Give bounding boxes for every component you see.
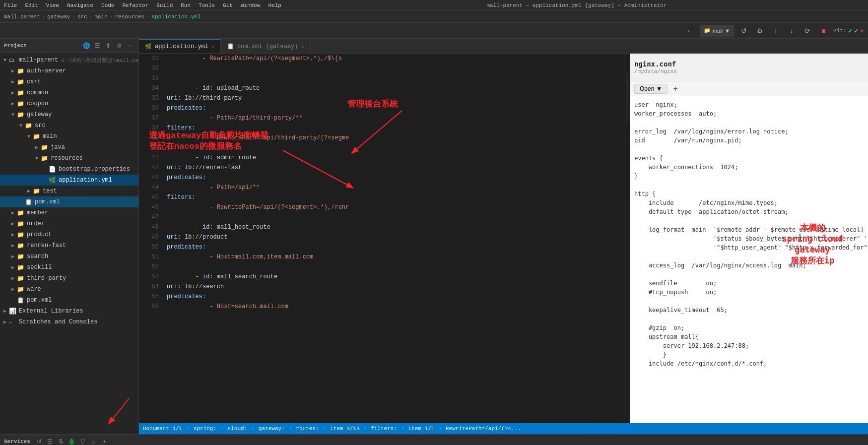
minimap (624, 54, 630, 423)
tree-label: src (35, 122, 46, 129)
nginx-line: user nginx; (634, 100, 864, 109)
menu-view[interactable]: View (46, 2, 59, 8)
nginx-open-btn[interactable]: Open ▼ (634, 84, 668, 94)
sidebar-item-order[interactable]: ▶ 📁 order (0, 218, 138, 229)
nginx-line (634, 252, 864, 261)
sidebar-item-common[interactable]: ▶ 📁 common (0, 87, 138, 98)
sidebar-item-bootstrap[interactable]: ▶ 📄 bootstrap.properties (0, 164, 138, 175)
sidebar-item-auth-server[interactable]: ▶ 📁 auth-server (0, 65, 138, 76)
sidebar-item-product[interactable]: ▶ 📁 product (0, 229, 138, 240)
sidebar-item-application-yml[interactable]: ▶ 🌿 application.yml (0, 175, 138, 186)
sidebar-item-search[interactable]: ▶ 📁 search (0, 251, 138, 262)
close-tab2-icon[interactable]: ✕ (301, 44, 304, 50)
sidebar-globe-btn[interactable]: 🌐 (82, 41, 91, 50)
yaml-icon: 🌿 (145, 43, 152, 50)
menu-build[interactable]: Build (156, 2, 173, 8)
nginx-add-btn[interactable]: + (669, 83, 681, 95)
breadcrumb-item-2[interactable]: src (77, 14, 87, 20)
stop-icon[interactable]: ■ (817, 25, 829, 37)
tree-label: renren-fast (27, 242, 66, 249)
menu-window[interactable]: Window (241, 2, 261, 8)
menu-refactor[interactable]: Refactor (122, 2, 148, 8)
menu-help[interactable]: Help (268, 2, 281, 8)
bp-filter-btn[interactable]: ▽ (78, 437, 88, 445)
push-icon[interactable]: ↑ (770, 25, 782, 37)
sidebar-item-pom-root[interactable]: ▶ 📋 pom.xml (0, 295, 138, 306)
nginx-line (634, 270, 864, 279)
sidebar-item-scratches[interactable]: ▶ ✏ Scratches and Consoles (0, 317, 138, 327)
code-line-50: predicates: (167, 242, 624, 252)
git-x-icon: ✕ (860, 27, 864, 35)
chevron-down-icon: ▼ (725, 28, 730, 34)
tab-pom-gateway[interactable]: 📋 pom.xml (gateway) ✕ (221, 39, 310, 53)
sidebar-item-src[interactable]: ▼ 📁 src (0, 120, 138, 131)
sidebar-item-seckill[interactable]: ▶ 📁 seckill (0, 262, 138, 273)
xml-icon: 📋 (227, 43, 234, 50)
close-tab-icon[interactable]: ✕ (211, 44, 214, 50)
sidebar-header: Project 🌐 ☰ ⬆ ⚙ − (0, 39, 138, 53)
sidebar-item-main[interactable]: ▼ 📁 main (0, 131, 138, 142)
sidebar-item-ware[interactable]: ▶ 📁 ware (0, 284, 138, 295)
sidebar-item-renren-fast[interactable]: ▶ 📁 renren-fast (0, 240, 138, 251)
tree-label: bootstrap.properties (59, 166, 130, 173)
sidebar-item-java[interactable]: ▶ 📁 java (0, 142, 138, 153)
sidebar-collapse-btn[interactable]: ⬆ (104, 41, 113, 50)
code-line-56: - Host=search.mall.com (167, 302, 624, 312)
refresh-icon[interactable]: ↺ (738, 25, 750, 37)
sidebar-minus-btn[interactable]: − (126, 41, 134, 50)
tab-application-yml[interactable]: 🌿 application.yml ✕ (139, 39, 221, 53)
sidebar-item-test[interactable]: ▶ 📁 test (0, 186, 138, 196)
tree-root[interactable]: ▼ 🗂 mall-parent G:\课程\商城自製版\mall-parent (0, 55, 138, 65)
code-line-34: - id: upload_route (167, 83, 624, 93)
sidebar-item-coupon[interactable]: ▶ 📁 coupon (0, 98, 138, 109)
menu-run[interactable]: Run (181, 2, 191, 8)
bp-add-btn[interactable]: + (100, 437, 110, 445)
breadcrumb-item-3[interactable]: main (94, 14, 107, 20)
code-content[interactable]: - RewritePath=/api/(?<segment>.*),/$\{s … (163, 54, 624, 423)
nginx-line: worker_connections 1024; (634, 163, 864, 172)
menu-tools[interactable]: Tools (199, 2, 215, 8)
sidebar-layout-btn[interactable]: ☰ (93, 41, 102, 50)
branch-selector[interactable]: 📁 mall ▼ (700, 25, 734, 37)
breadcrumb-item-1[interactable]: gateway (47, 14, 70, 20)
tree-label: order (27, 220, 45, 227)
sidebar-item-cart[interactable]: ▶ 📁 cart (0, 76, 138, 87)
tree-label: application.yml (59, 177, 112, 184)
nginx-line: access_log /var/log/nginx/access.log mai… (634, 261, 864, 270)
code-line-45: filters: (167, 192, 624, 202)
nginx-toolbar: Open ▼ + (630, 81, 868, 96)
breadcrumb-item-0[interactable]: mall-parent (4, 14, 40, 20)
menu-edit[interactable]: Edit (25, 2, 38, 8)
nginx-line: include /etc/nginx/conf.d/*.conf; (634, 359, 864, 368)
tree-label: resources (51, 155, 83, 162)
pull-icon[interactable]: ↓ (786, 25, 798, 37)
sidebar-settings-btn[interactable]: ⚙ (115, 41, 124, 50)
git-status: Git: ✔ ✔ ✕ (833, 27, 864, 35)
bp-refresh-btn[interactable]: ↺ (34, 437, 44, 445)
sidebar-item-third-party[interactable]: ▶ 📁 third-party (0, 273, 138, 284)
sidebar-item-resources[interactable]: ▼ 📁 resources (0, 153, 138, 164)
nginx-code-content[interactable]: user nginx;worker_processes auto; error_… (630, 96, 868, 423)
sidebar-item-member[interactable]: ▶ 📁 member (0, 207, 138, 218)
menu-git[interactable]: Git (223, 2, 233, 8)
bp-list-btn[interactable]: ☰ (45, 437, 55, 445)
bp-tree-btn[interactable]: 🌲 (67, 437, 77, 445)
back-icon[interactable]: ← (684, 25, 696, 37)
code-line-43: predicates: (167, 173, 624, 183)
update-icon[interactable]: ⟳ (801, 25, 813, 37)
sidebar-item-pom-gateway[interactable]: ▶ 📋 pom.xml (0, 196, 138, 207)
breadcrumb: mall-parent › gateway › src › main › res… (0, 11, 868, 23)
git-label: Git: (833, 28, 846, 34)
sidebar-item-gateway[interactable]: ▼ 📁 gateway (0, 109, 138, 120)
menu-file[interactable]: File (4, 2, 17, 8)
breadcrumb-item-4[interactable]: resources (115, 14, 144, 20)
menu-navigate[interactable]: Navigate (67, 2, 93, 8)
sidebar-item-external-libs[interactable]: ▶ 📊 External Libraries (0, 306, 138, 317)
bp-sort-btn[interactable]: ⇅ (56, 437, 66, 445)
settings-icon[interactable]: ⚙ (754, 25, 766, 37)
bottom-panel: Services ↺ ☰ ⇅ 🌲 ▽ ⌕ + ▼ 🍃 Spring Boot ▼… (0, 434, 868, 445)
menu-code[interactable]: Code (101, 2, 114, 8)
bp-search-btn[interactable]: ⌕ (89, 437, 99, 445)
breadcrumb-item-5[interactable]: application.yml (152, 14, 201, 20)
nginx-line: pid /var/run/nginx.pid; (634, 136, 864, 145)
